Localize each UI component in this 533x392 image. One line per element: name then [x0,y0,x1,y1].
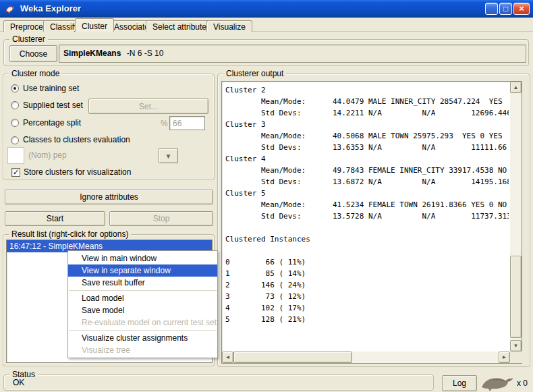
radio-supplied-test-set[interactable] [11,101,19,109]
cluster-mode-group: Cluster mode Use training set Supplied t… [3,74,215,180]
window-title: Weka Explorer [20,3,81,13]
start-button[interactable]: Start [5,211,105,226]
weka-bird-icon [478,372,515,392]
scroll-up-button[interactable]: ▲ [510,82,522,93]
percent-label: % [161,119,168,128]
status-group: Status OK [3,374,434,391]
menu-item-save-model[interactable]: Save model [68,304,217,316]
clusterer-scheme-field[interactable]: SimpleKMeans -N 6 -S 10 [59,45,526,63]
menu-item-load-model[interactable]: Load model [68,292,217,304]
clusterer-output-group-label: Clusterer output [223,69,286,78]
menu-item-reevaluate-model: Re-evaluate model on current test set [68,316,217,329]
cluster-mode-group-label: Cluster mode [9,69,62,78]
vertical-scrollbar[interactable]: ▲ ▼ [510,82,522,352]
class-attribute-combo-value: (Nom) pep [28,150,67,160]
clusterer-output-area: Cluster 2 Mean/Mode: 44.0479 MALE INNER_… [221,81,522,364]
percentage-split-input[interactable] [169,116,205,130]
arrow-left-icon: ◄ [225,354,231,360]
radio-use-training-set[interactable] [11,84,19,92]
tab-visualize[interactable]: Visualize [206,20,252,32]
close-button[interactable]: × [513,3,530,15]
status-value: OK [13,378,24,387]
scroll-right-button[interactable]: ► [499,352,510,363]
minimize-button[interactable]: _ [485,3,498,15]
weka-app-icon [4,3,16,15]
arrow-down-icon: ▼ [513,343,519,349]
arrow-right-icon: ► [502,354,507,360]
radio-percentage-split[interactable] [11,119,19,127]
tab-bar: Preprocess Classify Cluster Associate Se… [0,18,533,32]
scrollbar-corner [510,352,522,363]
menu-item-view-main-window[interactable]: View in main window [68,252,217,264]
menu-item-view-separate-window[interactable]: View in separate window [68,264,217,277]
bird-counter: x 0 [517,379,528,388]
result-list-group-label: Result list (right-click for options) [9,229,131,239]
choose-clusterer-button[interactable]: Choose [9,45,57,62]
clusterer-output-group: Clusterer output Cluster 2 Mean/Mode: 44… [217,74,530,367]
titlebar: Weka Explorer _ □ × [0,0,533,18]
tab-cluster[interactable]: Cluster [75,18,114,32]
log-button[interactable]: Log [442,375,477,391]
store-clusters-label[interactable]: Store clusters for visualization [24,167,131,177]
maximize-button[interactable]: □ [499,3,512,15]
menu-separator [69,330,217,331]
menu-item-visualize-tree: Visualize tree [68,344,217,356]
clusterer-output-text: Cluster 2 Mean/Mode: 44.0479 MALE INNER_… [225,84,509,351]
radio-classes-to-clusters[interactable] [11,136,19,144]
scheme-options: -N 6 -S 10 [127,49,164,58]
scroll-left-button[interactable]: ◄ [222,352,233,363]
class-attribute-combo-arrow[interactable]: ▼ [159,148,178,163]
clusterer-group: Clusterer Choose SimpleKMeans -N 6 -S 10 [3,39,529,66]
vertical-scroll-thumb[interactable] [510,256,522,338]
radio-supplied-test-set-label[interactable]: Supplied test set [23,101,83,110]
arrow-up-icon: ▲ [513,84,519,90]
result-context-menu: View in main window View in separate win… [67,250,218,358]
menu-item-visualize-cluster-assignments[interactable]: Visualize cluster assignments [68,332,217,344]
ignore-attributes-button[interactable]: Ignore attributes [5,190,213,204]
clusterer-group-label: Clusterer [9,34,48,44]
radio-classes-to-clusters-label[interactable]: Classes to clusters evaluation [23,135,130,144]
weka-explorer-window: { "window": { "title": "Weka Explorer" }… [0,0,533,392]
radio-percentage-split-label[interactable]: Percentage split [23,118,81,128]
chevron-down-icon: ▼ [165,152,172,160]
class-attribute-combo-editor[interactable] [7,147,24,164]
menu-separator [69,290,217,291]
radio-use-training-set-label[interactable]: Use training set [23,84,79,93]
menu-item-save-result-buffer[interactable]: Save result buffer [68,277,217,289]
stop-button[interactable]: Stop [109,211,213,226]
horizontal-scroll-thumb[interactable] [233,352,352,363]
store-clusters-checkbox[interactable]: ✓ [11,168,20,177]
set-test-set-button[interactable]: Set... [88,99,208,114]
scheme-name: SimpleKMeans [63,49,121,58]
horizontal-scrollbar[interactable]: ◄ ► [222,352,510,363]
check-icon: ✓ [13,168,19,176]
scroll-down-button[interactable]: ▼ [510,340,522,352]
